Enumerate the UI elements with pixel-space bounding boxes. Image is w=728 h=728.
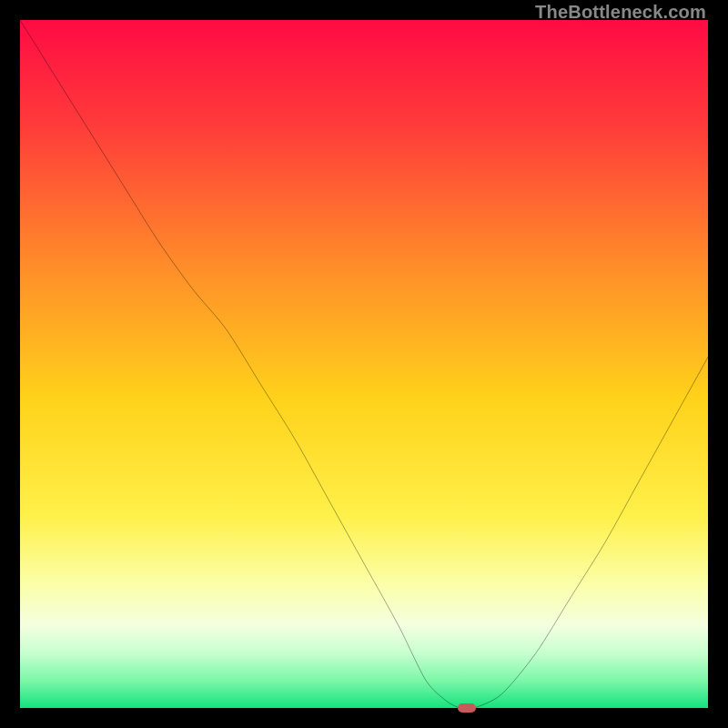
bottleneck-chart: TheBottleneck.com [0, 0, 728, 728]
bottleneck-curve [20, 20, 708, 708]
curve-layer [20, 20, 708, 708]
optimal-marker [458, 703, 476, 713]
watermark-text: TheBottleneck.com [535, 2, 706, 23]
plot-area [20, 20, 708, 708]
